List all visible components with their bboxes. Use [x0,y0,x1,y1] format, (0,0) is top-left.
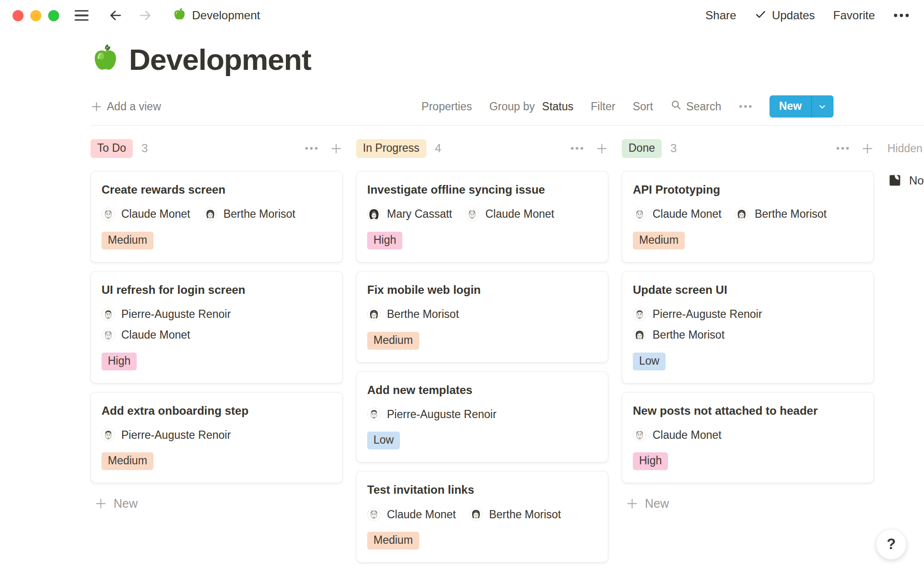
minimize-window-button[interactable] [30,10,41,21]
kanban-card[interactable]: UI refresh for login screenPierre-August… [90,271,343,383]
priority-tag: Low [367,432,400,449]
search-button[interactable]: Search [670,99,721,114]
green-apple-page-icon-large[interactable] [90,43,120,75]
sort-button[interactable]: Sort [633,100,653,113]
card-title: Add extra onboarding step [102,404,332,418]
card-assignee: Pierre-Auguste Renoir [102,428,231,442]
kanban-card[interactable]: Add new templatesPierre-Auguste RenoirLo… [356,371,608,463]
priority-tag: High [367,232,402,250]
filter-button[interactable]: Filter [591,100,616,113]
kanban-card[interactable]: Create rewards screenClaude MonetBerthe … [90,171,343,263]
search-icon [670,99,682,114]
window-titlebar: Development Share Updates Favorite [0,0,924,31]
column-header: To Do3 [90,138,343,158]
renoir-portrait [633,308,646,321]
help-button[interactable]: ? [876,529,907,560]
add-view-button[interactable]: Add a view [90,100,161,113]
monet-portrait [465,208,479,221]
card-assignee: Berthe Morisot [204,208,295,221]
card-priority: High [367,232,597,250]
kanban-card[interactable]: Investigate offline syncing issueMary Ca… [356,171,608,263]
card-assignees: Pierre-Auguste Renoir [102,428,332,442]
column-add-icon[interactable] [861,142,874,155]
morisot-portrait [633,328,646,342]
column-actions [836,142,874,155]
kanban-card[interactable]: API PrototypingClaude MonetBerthe Moriso… [622,171,874,263]
forward-arrow-icon[interactable] [138,8,153,23]
monet-portrait [633,428,646,442]
assignee-name: Berthe Morisot [755,208,827,221]
column-cards: Create rewards screenClaude MonetBerthe … [90,171,343,483]
favorite-button[interactable]: Favorite [833,9,875,22]
card-title: Investigate offline syncing issue [367,183,597,197]
column-status-pill[interactable]: In Progress [356,139,426,158]
check-icon [755,8,767,23]
add-card-button[interactable]: New [94,497,343,511]
hidden-columns-label[interactable]: Hidden columns [887,138,924,158]
board-column-in-progress: In Progress4Investigate offline syncing … [356,138,608,563]
back-arrow-icon[interactable] [108,8,123,23]
column-add-icon[interactable] [595,142,608,155]
updates-button[interactable]: Updates [755,8,815,23]
card-assignee: Claude Monet [465,208,554,221]
renoir-portrait [367,407,381,421]
add-card-button[interactable]: New [626,497,874,511]
card-assignees: Pierre-Auguste RenoirClaude Monet [102,308,332,342]
view-toolbar: Add a view Properties Group by Status Fi… [0,95,924,118]
more-options-icon[interactable] [893,13,910,18]
breadcrumb[interactable]: Development [172,7,260,24]
chevron-down-icon[interactable] [811,95,834,118]
hidden-group-no-status[interactable]: No Status [887,173,924,188]
renoir-portrait [102,428,115,442]
card-priority: Medium [102,452,332,470]
page-title[interactable]: Development [129,44,311,75]
group-by-button[interactable]: Group by Status [489,100,574,113]
toolbar-divider [90,125,924,126]
new-button[interactable]: New [770,95,834,118]
question-mark-icon: ? [887,536,896,553]
plus-icon [94,497,107,510]
assignee-name: Berthe Morisot [489,508,561,521]
column-add-icon[interactable] [330,142,343,155]
zoom-window-button[interactable] [48,10,59,21]
card-assignee: Berthe Morisot [469,508,561,521]
kanban-board: To Do3Create rewards screenClaude MonetB… [0,138,924,563]
assignee-name: Claude Monet [121,328,190,342]
column-more-icon[interactable] [305,146,318,150]
assignee-name: Claude Monet [121,208,190,221]
card-title: New posts not attached to header [633,404,863,418]
morisot-portrait [204,208,217,221]
kanban-card[interactable]: Fix mobile web loginBerthe MorisotMedium [356,271,608,363]
card-assignee: Berthe Morisot [735,208,827,221]
assignee-row: Berthe Morisot [633,328,863,342]
share-button[interactable]: Share [706,9,736,22]
sidebar-menu-icon[interactable] [75,10,89,21]
assignee-name: Mary Cassatt [387,208,452,221]
hidden-group-label: No Status [909,174,924,187]
card-assignee: Pierre-Auguste Renoir [102,308,231,321]
priority-tag: High [633,452,668,470]
column-actions [570,142,608,155]
assignee-row: Claude Monet [633,428,863,442]
card-title: Update screen UI [633,283,863,297]
view-more-options-icon[interactable] [739,105,752,108]
kanban-card[interactable]: Update screen UIPierre-Auguste RenoirBer… [622,271,874,383]
kanban-card[interactable]: Add extra onboarding stepPierre-Auguste … [90,392,343,484]
kanban-card[interactable]: New posts not attached to headerClaude M… [622,392,874,484]
monet-portrait [367,508,381,521]
card-priority: Low [367,432,597,449]
properties-button[interactable]: Properties [422,100,472,113]
column-more-icon[interactable] [570,146,584,150]
close-window-button[interactable] [13,10,24,21]
column-status-pill[interactable]: Done [622,139,662,158]
column-cards: API PrototypingClaude MonetBerthe Moriso… [622,171,874,483]
card-assignees: Pierre-Auguste RenoirBerthe Morisot [633,308,863,342]
column-status-pill[interactable]: To Do [90,139,133,158]
column-more-icon[interactable] [836,146,849,150]
assignee-row: Pierre-Auguste Renoir [633,308,863,321]
kanban-card[interactable]: Test invitation linksClaude MonetBerthe … [356,471,608,563]
assignee-name: Pierre-Auguste Renoir [121,429,231,442]
priority-tag: Medium [102,452,154,470]
assignee-name: Pierre-Auguste Renoir [387,408,497,421]
assignee-name: Claude Monet [653,208,721,221]
